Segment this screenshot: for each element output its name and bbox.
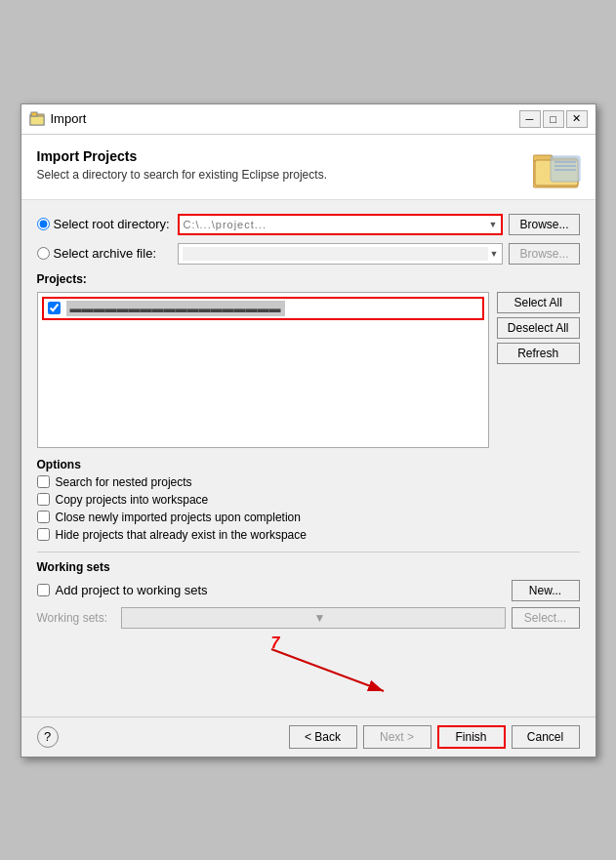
dialog-icon: [29, 111, 45, 127]
option3-label: Close newly imported projects upon compl…: [56, 511, 301, 524]
archive-file-radio-label[interactable]: Select archive file:: [37, 246, 172, 261]
option2-label: Copy projects into workspace: [56, 493, 209, 507]
svg-rect-1: [30, 116, 44, 125]
ws-dropdown-arrow[interactable]: ▼: [314, 611, 501, 625]
archive-file-radio[interactable]: [37, 247, 50, 260]
option4-row: Hide projects that already exist in the …: [37, 528, 580, 542]
list-item[interactable]: ▬▬▬▬▬▬▬▬▬▬▬▬▬▬▬▬▬▬: [42, 297, 484, 320]
archive-browse-button[interactable]: Browse...: [509, 243, 579, 265]
cancel-button[interactable]: Cancel: [512, 725, 580, 749]
svg-line-11: [271, 649, 384, 691]
dialog-footer: ? < Back Next > Finish Cancel: [21, 717, 595, 757]
deselect-all-button[interactable]: Deselect All: [497, 317, 580, 339]
add-to-ws-checkbox[interactable]: [37, 584, 50, 596]
option3-row: Close newly imported projects upon compl…: [37, 511, 580, 524]
root-browse-button[interactable]: Browse...: [509, 214, 579, 235]
option4-label: Hide projects that already exist in the …: [56, 528, 307, 542]
select-ws-button[interactable]: Select...: [512, 607, 580, 629]
page-subtitle: Select a directory to search for existin…: [37, 168, 327, 182]
close-button[interactable]: ✕: [566, 110, 588, 128]
folder-illustration-icon: [533, 148, 580, 187]
projects-buttons: Select All Deselect All Refresh: [497, 292, 580, 448]
options-section-label: Options: [37, 458, 580, 471]
title-bar: Import ─ □ ✕: [21, 104, 595, 135]
option4-checkbox[interactable]: [37, 528, 50, 541]
annotation-area: 7: [37, 635, 580, 693]
header-area: Import Projects Select a directory to se…: [21, 135, 595, 200]
annotation-arrow: [232, 644, 408, 698]
option3-checkbox[interactable]: [37, 511, 50, 523]
options-section: Options Search for nested projects Copy …: [37, 458, 580, 542]
refresh-button[interactable]: Refresh: [497, 343, 580, 364]
archive-file-combo[interactable]: ▼: [178, 243, 504, 265]
projects-section-label: Projects:: [37, 272, 580, 286]
select-all-button[interactable]: Select All: [497, 292, 580, 313]
maximize-button[interactable]: □: [543, 110, 564, 128]
working-sets-select-row: Working sets: ▼ Select...: [37, 607, 580, 629]
root-directory-radio[interactable]: [37, 218, 50, 230]
page-title: Import Projects: [37, 148, 327, 164]
next-button[interactable]: Next >: [363, 725, 431, 749]
root-directory-radio-label[interactable]: Select root directory:: [37, 217, 172, 231]
help-button[interactable]: ?: [37, 726, 59, 748]
archive-file-input[interactable]: [183, 247, 488, 261]
option1-checkbox[interactable]: [37, 475, 50, 488]
projects-list[interactable]: ▬▬▬▬▬▬▬▬▬▬▬▬▬▬▬▬▬▬: [37, 292, 489, 448]
root-directory-input[interactable]: [184, 219, 487, 230]
option2-row: Copy projects into workspace: [37, 493, 580, 507]
root-directory-combo[interactable]: ▼: [178, 214, 504, 235]
working-sets-add-row: Add project to working sets New...: [37, 580, 580, 601]
working-sets-section: Working sets Add project to working sets…: [37, 552, 580, 693]
dialog-title: Import: [51, 111, 87, 126]
option1-row: Search for nested projects: [37, 475, 580, 489]
project-checkbox[interactable]: [48, 302, 61, 314]
archive-dropdown-arrow: ▼: [490, 249, 499, 259]
new-ws-button[interactable]: New...: [512, 580, 580, 601]
option2-checkbox[interactable]: [37, 493, 50, 506]
project-item-text: ▬▬▬▬▬▬▬▬▬▬▬▬▬▬▬▬▬▬: [66, 301, 285, 316]
import-dialog: Import ─ □ ✕ Import Projects Select a di…: [21, 103, 596, 758]
minimize-button[interactable]: ─: [519, 110, 541, 128]
back-button[interactable]: < Back: [289, 725, 357, 749]
svg-rect-6: [551, 156, 580, 182]
projects-area: ▬▬▬▬▬▬▬▬▬▬▬▬▬▬▬▬▬▬ Select All Deselect A…: [37, 292, 580, 448]
finish-button[interactable]: Finish: [437, 725, 506, 749]
svg-rect-2: [31, 112, 37, 116]
ws-label-text: Working sets:: [37, 611, 115, 625]
add-to-ws-label: Add project to working sets: [56, 583, 208, 597]
working-sets-label: Working sets: [37, 560, 580, 574]
option1-label: Search for nested projects: [56, 475, 192, 489]
root-directory-dropdown-arrow[interactable]: ▼: [489, 220, 498, 229]
working-sets-combo[interactable]: ▼: [121, 607, 506, 629]
